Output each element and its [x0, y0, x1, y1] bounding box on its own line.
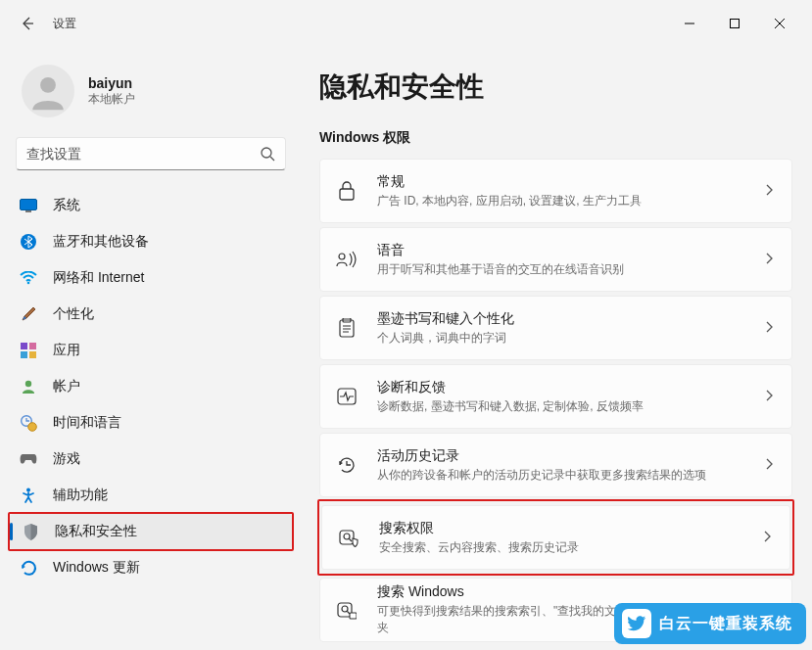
nav-label: 个性化 — [53, 305, 94, 323]
heartbeat-icon — [334, 388, 359, 405]
chevron-right-icon — [766, 183, 774, 199]
user-block[interactable]: baiyun 本地帐户 — [0, 51, 302, 135]
highlight-annotation-sidebar: 隐私和安全性 — [8, 512, 294, 551]
settings-list: 常规 广告 ID, 本地内容, 应用启动, 设置建议, 生产力工具 语音 用于听… — [319, 159, 792, 642]
svg-point-6 — [27, 282, 30, 285]
nav-label: 蓝牙和其他设备 — [53, 233, 149, 251]
nav-label: 帐户 — [53, 378, 80, 395]
chevron-right-icon — [764, 530, 772, 545]
back-button[interactable] — [10, 6, 45, 41]
chevron-right-icon — [766, 252, 774, 267]
item-desc: 个人词典，词典中的字词 — [377, 330, 748, 347]
highlight-annotation-content: 搜索权限 安全搜索、云内容搜索、搜索历史记录 — [317, 499, 794, 576]
svg-point-13 — [27, 422, 36, 431]
item-title: 活动历史记录 — [377, 447, 748, 465]
item-speech[interactable]: 语音 用于听写和其他基于语音的交互的在线语音识别 — [319, 227, 792, 292]
item-general[interactable]: 常规 广告 ID, 本地内容, 应用启动, 设置建议, 生产力工具 — [319, 159, 792, 223]
svg-rect-4 — [25, 210, 31, 212]
svg-rect-3 — [21, 200, 37, 210]
close-icon — [775, 19, 785, 28]
nav-gaming[interactable]: 游戏 — [8, 441, 294, 477]
item-desc: 从你的跨设备和帐户的活动历史记录中获取更多搜索结果的选项 — [377, 467, 748, 484]
nav-accounts[interactable]: 帐户 — [8, 369, 294, 404]
clipboard-icon — [334, 318, 359, 338]
apps-icon — [20, 343, 37, 358]
nav-bluetooth[interactable]: 蓝牙和其他设备 — [8, 224, 294, 259]
maximize-icon — [730, 19, 740, 28]
speech-icon — [334, 251, 359, 268]
item-title: 搜索权限 — [379, 520, 746, 537]
page-title: 隐私和安全性 — [319, 69, 792, 106]
accessibility-icon — [20, 488, 37, 503]
nav-label: 时间和语言 — [53, 414, 121, 432]
svg-point-23 — [342, 606, 348, 612]
chevron-right-icon — [766, 389, 774, 404]
item-inking[interactable]: 墨迹书写和键入个性化 个人词典，词典中的字词 — [319, 296, 792, 360]
search-box[interactable] — [16, 137, 286, 170]
item-title: 墨迹书写和键入个性化 — [377, 310, 748, 328]
chevron-right-icon — [766, 457, 774, 473]
search-folder-icon — [334, 600, 359, 620]
nav-label: 系统 — [53, 197, 80, 214]
shield-icon — [22, 524, 39, 540]
item-diagnostics[interactable]: 诊断和反馈 诊断数据, 墨迹书写和键入数据, 定制体验, 反馈频率 — [319, 364, 792, 429]
nav-personalization[interactable]: 个性化 — [8, 297, 294, 332]
nav-label: 隐私和安全性 — [55, 523, 137, 540]
item-title: 搜索 Windows — [377, 583, 748, 601]
person-icon — [20, 379, 37, 395]
bluetooth-icon — [20, 234, 37, 250]
item-search-permissions[interactable]: 搜索权限 安全搜索、云内容搜索、搜索历史记录 — [321, 505, 790, 570]
content: 隐私和安全性 Windows 权限 常规 广告 ID, 本地内容, 应用启动, … — [302, 47, 812, 650]
svg-rect-7 — [21, 343, 27, 349]
wifi-icon — [20, 271, 37, 285]
item-title: 常规 — [377, 173, 748, 191]
nav: 系统 蓝牙和其他设备 网络和 Internet 个性化 应用 帐户 — [0, 188, 302, 585]
nav-windows-update[interactable]: Windows 更新 — [8, 550, 294, 585]
nav-label: Windows 更新 — [53, 559, 140, 577]
minimize-icon — [685, 19, 694, 28]
nav-label: 游戏 — [53, 450, 80, 468]
nav-accessibility[interactable]: 辅助功能 — [8, 478, 294, 513]
nav-network[interactable]: 网络和 Internet — [8, 260, 294, 296]
minimize-button[interactable] — [667, 8, 712, 39]
search-shield-icon — [336, 528, 361, 547]
user-name: baiyun — [88, 75, 135, 91]
chevron-right-icon — [766, 320, 774, 336]
search-input[interactable] — [26, 146, 260, 162]
user-account-type: 本地帐户 — [88, 91, 135, 108]
window-title: 设置 — [53, 16, 76, 32]
section-header: Windows 权限 — [319, 129, 792, 147]
item-desc: 安全搜索、云内容搜索、搜索历史记录 — [379, 539, 746, 556]
close-button[interactable] — [757, 8, 802, 39]
gamepad-icon — [20, 453, 37, 465]
avatar-icon — [27, 70, 69, 112]
clock-globe-icon — [20, 415, 37, 432]
item-title: 语音 — [377, 242, 748, 259]
window-controls — [667, 8, 802, 39]
item-title: 诊断和反馈 — [377, 379, 748, 396]
svg-point-2 — [262, 148, 271, 158]
svg-rect-8 — [29, 343, 36, 349]
nav-label: 辅助功能 — [53, 487, 108, 504]
nav-label: 网络和 Internet — [53, 269, 144, 287]
svg-point-1 — [40, 77, 56, 93]
back-arrow-icon — [20, 16, 35, 31]
sidebar: baiyun 本地帐户 系统 蓝牙和其他设备 网络和 Internet — [0, 47, 302, 650]
item-desc: 用于听写和其他基于语音的交互的在线语音识别 — [377, 261, 748, 278]
item-searching-windows[interactable]: 搜索 Windows 可更快得到搜索结果的搜索索引、"查找我的文件"、搜索中排除… — [319, 578, 792, 642]
item-activity-history[interactable]: 活动历史记录 从你的跨设备和帐户的活动历史记录中获取更多搜索结果的选项 — [319, 433, 792, 497]
svg-point-11 — [25, 381, 31, 387]
maximize-button[interactable] — [712, 8, 757, 39]
item-desc: 诊断数据, 墨迹书写和键入数据, 定制体验, 反馈频率 — [377, 398, 748, 415]
display-icon — [20, 199, 37, 212]
nav-time-language[interactable]: 时间和语言 — [8, 405, 294, 441]
svg-rect-9 — [21, 351, 27, 358]
svg-rect-24 — [350, 613, 357, 619]
svg-rect-0 — [731, 20, 740, 28]
nav-system[interactable]: 系统 — [8, 188, 294, 223]
nav-apps[interactable]: 应用 — [8, 333, 294, 368]
nav-privacy[interactable]: 隐私和安全性 — [10, 514, 292, 549]
svg-rect-15 — [340, 189, 354, 200]
svg-point-14 — [26, 488, 30, 492]
chevron-right-icon — [766, 602, 774, 618]
